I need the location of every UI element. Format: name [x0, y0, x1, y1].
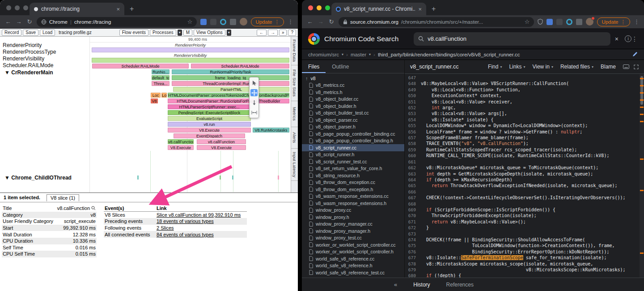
update-button[interactable]: Update⋮: [597, 17, 630, 26]
code-header-button-view-in[interactable]: View in▾: [532, 64, 553, 70]
side-tab-alerts[interactable]: Alerts: [291, 127, 298, 149]
file-item[interactable]: v8_wasm_response_extensions.h: [302, 200, 404, 207]
processes-button[interactable]: Processes: [150, 30, 176, 36]
line-number[interactable]: 665: [405, 183, 421, 188]
browser-tab-tracing[interactable]: chrome://tracing ×: [30, 3, 124, 15]
info-icon[interactable]: i: [625, 35, 631, 42]
metadata-button[interactable]: M: [183, 30, 192, 36]
trace-slice[interactable]: Lo: [161, 93, 167, 98]
file-item[interactable]: v8_set_return_value_for_core.h: [302, 165, 404, 172]
reload-button[interactable]: ↻: [26, 18, 33, 25]
extension-icon[interactable]: [210, 19, 216, 25]
browser-menu-icon[interactable]: ⋮: [634, 18, 640, 25]
trace-slice[interactable]: Threa...: [152, 81, 169, 86]
breadcrumb-item[interactable]: master: [351, 52, 366, 57]
event-link[interactable]: 18 events of various types: [157, 218, 246, 224]
search-result-marker[interactable]: [640, 114, 644, 115]
tab-close-icon[interactable]: ×: [116, 6, 120, 13]
keyboard-shortcuts-icon[interactable]: [623, 64, 629, 69]
trace-slice[interactable]: v8.callFunction: [197, 139, 246, 144]
file-item[interactable]: v8_page_popup_controller_binding.cc: [302, 130, 404, 137]
line-number[interactable]: 652: [405, 105, 421, 111]
breadcrumb-item[interactable]: chromium/src: [308, 52, 339, 57]
view-options-button[interactable]: View Options: [194, 30, 225, 36]
search-result-marker[interactable]: [640, 107, 644, 108]
track-label[interactable]: RendererProcessType: [3, 49, 56, 55]
file-item[interactable]: v8_string_resource.h: [302, 172, 404, 179]
sidebar-tab-outline[interactable]: Outline: [326, 60, 355, 73]
trace-slice[interactable]: HTMLDocumentParser::processTokenizedChun…: [168, 93, 289, 98]
trace-slice[interactable]: RunNo...: [152, 69, 169, 74]
tree-root[interactable]: ↑v8: [302, 75, 404, 82]
side-tab-frame-data[interactable]: Frame Data: [291, 37, 298, 65]
event-link[interactable]: 84 events of various types: [157, 232, 246, 237]
forward-button[interactable]: →: [317, 18, 324, 25]
line-number[interactable]: 647: [405, 75, 421, 81]
file-item[interactable]: world_safe_v8_reference.cc: [302, 255, 404, 262]
bookmark-star-icon[interactable]: ☆: [187, 18, 193, 25]
trace-slice[interactable]: ParseHTML: [173, 87, 289, 92]
side-tab-input-latency[interactable]: Input Latency: [291, 149, 298, 181]
back-button[interactable]: ←: [306, 18, 314, 25]
search-result-marker[interactable]: [640, 78, 644, 79]
side-tab-metrics[interactable]: Metrics: [291, 101, 298, 127]
code-header-button-find[interactable]: Find▾: [488, 64, 502, 70]
file-item[interactable]: window_proxy_manager.cc: [302, 221, 404, 228]
search-result-marker[interactable]: [640, 99, 644, 101]
line-number[interactable]: 653: [405, 111, 421, 116]
track-label[interactable]: ▼ CrRendererMain: [4, 69, 53, 76]
line-number[interactable]: 650: [405, 93, 421, 98]
forward-button[interactable]: →: [15, 18, 22, 25]
fullscreen-icon[interactable]: [634, 64, 639, 69]
file-item[interactable]: v8_throw_dom_exception.cc: [302, 179, 404, 186]
file-item[interactable]: v8_metrics.cc: [302, 82, 404, 89]
trace-slice[interactable]: default_tq: [152, 75, 169, 80]
extension-icon[interactable]: [220, 19, 226, 25]
address-bar[interactable]: source.chromium.org /chromium/chromium/s…: [339, 17, 534, 27]
collapse-panel-icon[interactable]: «: [394, 281, 397, 288]
trace-slice[interactable]: v8.run: [168, 122, 251, 127]
search-result-marker[interactable]: [640, 85, 644, 86]
extensions-puzzle-icon[interactable]: [576, 19, 582, 25]
new-tab-button[interactable]: +: [130, 5, 134, 13]
breadcrumb-item[interactable]: third_party/blink/renderer/bindings/core…: [378, 52, 520, 57]
file-item[interactable]: v8_script_runner.h: [302, 151, 404, 158]
line-number[interactable]: 651: [405, 99, 421, 105]
sidebar-tab-files[interactable]: Files: [302, 60, 326, 73]
trace-slice[interactable]: EvaluateScript: [168, 116, 251, 121]
file-item[interactable]: window_proxy.h: [302, 214, 404, 221]
trace-slice[interactable]: frame_loading_tq: [172, 75, 289, 80]
file-item[interactable]: v8_object_builder.cc: [302, 96, 404, 103]
trace-slice[interactable]: Loc: [151, 93, 161, 98]
line-number[interactable]: 649: [405, 87, 421, 93]
extensions-puzzle-icon[interactable]: [230, 19, 236, 25]
minimize-window-button[interactable]: [15, 5, 20, 10]
line-number[interactable]: 666: [405, 189, 421, 195]
line-number[interactable]: 668: [405, 201, 421, 207]
line-number[interactable]: 679: [405, 267, 421, 273]
file-item[interactable]: v8_page_popup_controller_binding.h: [302, 137, 404, 145]
back-button[interactable]: ←: [4, 18, 12, 25]
extension-icon[interactable]: [566, 19, 572, 25]
side-tab-file-size-stats[interactable]: File Size Stats: [291, 65, 298, 101]
file-item[interactable]: v8_object_parser.h: [302, 124, 404, 131]
trace-slice[interactable]: HTMLParserScriptRunner::exec...: [168, 104, 251, 109]
search-result-marker[interactable]: [640, 158, 644, 160]
line-number[interactable]: 671: [405, 219, 421, 225]
line-number[interactable]: 680: [405, 273, 421, 278]
code-scrollbar[interactable]: [640, 74, 644, 278]
tab-history[interactable]: History: [413, 282, 430, 288]
magnifier-icon[interactable]: [91, 206, 96, 210]
trace-slice[interactable]: V8.RunMicrotasks: [253, 128, 289, 133]
file-item[interactable]: window_proxy_test.cc: [302, 235, 404, 242]
browser-tab-code-search[interactable]: v8_script_runner.cc - Chromi... ×: [331, 3, 426, 15]
line-number[interactable]: 662: [405, 165, 421, 171]
selection-tool-button[interactable]: [250, 79, 258, 86]
trace-slice[interactable]: RunNormalPriorityTask: [172, 69, 289, 74]
trace-slice[interactable]: v8.callFunction: [168, 139, 194, 144]
line-number[interactable]: 657: [405, 135, 421, 141]
close-window-button[interactable]: [6, 5, 11, 10]
search-result-marker[interactable]: [640, 121, 644, 122]
trace-slice[interactable]: V8.Execute: [168, 145, 194, 150]
line-number[interactable]: 669: [405, 207, 421, 213]
